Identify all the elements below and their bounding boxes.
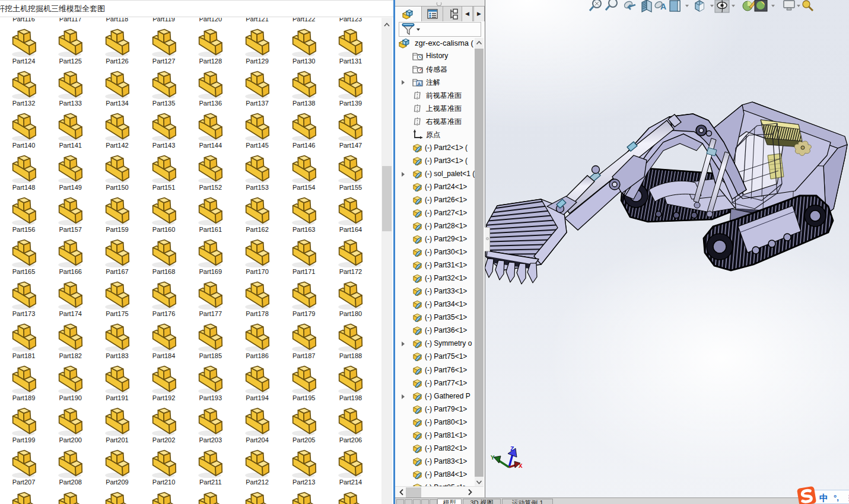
- svg-text:Z: Z: [510, 445, 514, 452]
- svg-text:Y: Y: [491, 454, 495, 461]
- svg-text:X: X: [519, 462, 523, 470]
- svg-text:A: A: [418, 81, 421, 87]
- svg-text:A: A: [660, 2, 666, 11]
